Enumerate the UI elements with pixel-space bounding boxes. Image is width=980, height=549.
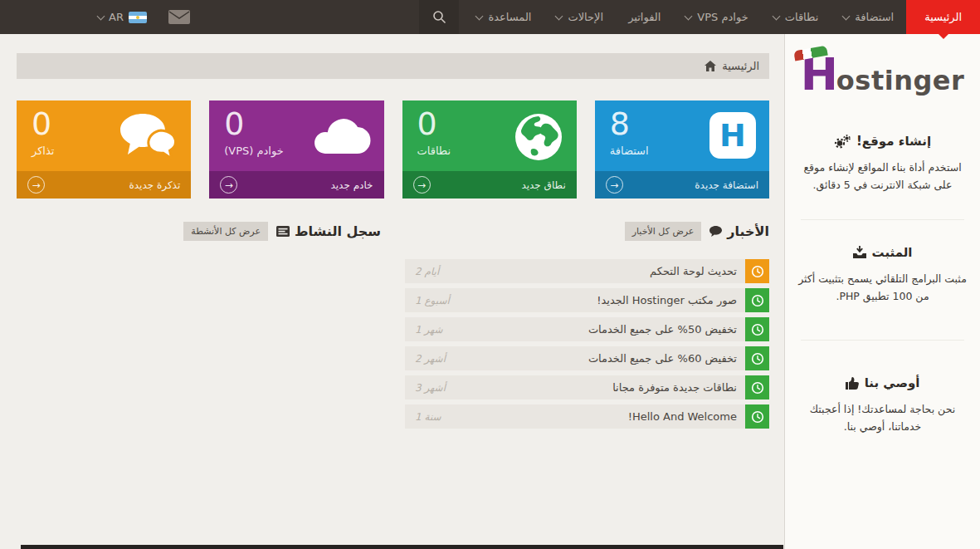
recommend-heading: أوصي بنا — [796, 375, 969, 390]
clock-icon — [751, 410, 764, 424]
arrow-right-icon[interactable]: → — [27, 176, 45, 194]
hostinger-logo[interactable]: Hostinger — [801, 52, 965, 97]
news-item-date: 1 سنة — [405, 411, 451, 423]
activity-panel: سجل النشاط عرض كل الأنشطة — [17, 222, 381, 429]
tile-hosting[interactable]: 8 استضافة H → استضافة جديدة — [595, 100, 769, 199]
language-code: AR — [109, 11, 124, 23]
argentina-flag-icon — [129, 12, 147, 23]
right-sidebar: Hostinger إنشاء موقع! استخدم أداة بناء ا… — [784, 34, 980, 549]
news-item[interactable]: تحديث لوحة التحكم 2 أيام — [405, 259, 769, 283]
arrow-right-icon[interactable]: → — [413, 176, 431, 194]
installer-heading: المثبت — [796, 245, 969, 260]
tile-vps[interactable]: 0 خوادم (VPS) → خادم جديد — [209, 100, 383, 199]
nav-item-label: الإحالات — [568, 11, 603, 23]
news-panel: الأخبار عرض كل الأخبار تحديث لوحة التحكم… — [405, 222, 769, 429]
new-ticket-link[interactable]: تذكرة جديدة — [129, 179, 181, 191]
create-website-text: استخدم أداة بناء المواقع لإنشاء موقع على… — [797, 159, 968, 194]
installer-icon — [853, 246, 866, 258]
news-item[interactable]: نطاقات جديدة متوفرة مجانا 3 أشهر — [405, 375, 769, 399]
hosting-label: استضافة — [610, 145, 649, 157]
chevron-down-icon — [475, 12, 484, 20]
nav-item-billing[interactable]: الفواتير — [616, 0, 673, 34]
news-item-date: 3 أشهر — [405, 382, 456, 394]
chevron-down-icon — [842, 12, 851, 20]
stat-tiles: 8 استضافة H → استضافة جديدة 0 نطاقات — [17, 100, 769, 199]
nav-item-hosting[interactable]: استضافة — [831, 0, 906, 34]
view-all-activities-button[interactable]: عرض كل الأنشطة — [183, 222, 268, 241]
news-list: تحديث لوحة التحكم 2 أيام صور مكتب Hostin… — [405, 259, 769, 429]
language-selector[interactable]: AR — [98, 11, 147, 23]
news-item-title: نطاقات جديدة متوفرة مجانا — [456, 381, 745, 394]
create-website-heading: إنشاء موقع! — [796, 134, 969, 149]
view-all-news-button[interactable]: عرض كل الأخبار — [625, 222, 702, 241]
clock-icon — [751, 381, 764, 395]
domains-count: 0 — [417, 105, 451, 144]
sidebar-divider — [801, 340, 964, 341]
arrow-right-icon[interactable]: → — [606, 176, 623, 194]
clock-icon — [751, 265, 764, 278]
activity-title: سجل النشاط — [276, 223, 381, 239]
search-icon — [432, 10, 446, 24]
vps-count: 0 — [224, 105, 283, 144]
nav-item-label: الفواتير — [628, 11, 661, 23]
news-title: الأخبار — [709, 223, 769, 239]
clock-icon — [751, 294, 764, 307]
chevron-down-icon — [97, 12, 105, 20]
news-item-date: 1 شهر — [405, 324, 453, 336]
news-item[interactable]: تخفيض 60% على جميع الخدمات 2 أشهر — [405, 346, 769, 370]
bottom-bar — [21, 545, 783, 549]
arrow-right-icon[interactable]: → — [220, 176, 237, 194]
news-item[interactable]: تخفيض 50% على جميع الخدمات 1 شهر — [405, 317, 769, 341]
navbar-utility-group: AR — [0, 0, 190, 34]
news-item-title: تخفيض 60% على جميع الخدمات — [456, 352, 745, 365]
nav-item-label: المساعدة — [488, 11, 531, 23]
panels-row: الأخبار عرض كل الأخبار تحديث لوحة التحكم… — [17, 222, 769, 429]
nav-item-referrals[interactable]: الإحالات — [544, 0, 616, 34]
news-item-title: تخفيض 50% على جميع الخدمات — [453, 323, 745, 336]
news-item-date: 2 أيام — [405, 266, 449, 277]
nav-item-home[interactable]: الرئيسية — [906, 0, 980, 34]
cloud-icon — [308, 112, 371, 155]
vps-label: خوادم (VPS) — [224, 145, 283, 157]
tile-domains[interactable]: 0 نطاقات → نطاق جديد — [402, 100, 577, 199]
breadcrumb-label: الرئيسية — [722, 60, 759, 72]
nav-item-label: نطاقات — [785, 11, 819, 23]
nav-item-label: خوادم VPS — [697, 11, 748, 23]
nav-item-help[interactable]: المساعدة — [464, 0, 544, 34]
new-hosting-link[interactable]: استضافة جديدة — [695, 179, 758, 191]
hostinger-dashboard: { "navbar": { "items": [ {"label": "الرئ… — [0, 0, 980, 549]
nav-item-vps[interactable]: خوادم VPS — [673, 0, 760, 34]
new-server-link[interactable]: خادم جديد — [330, 179, 373, 191]
chat-bubbles-icon — [118, 112, 178, 160]
hostinger-h-icon: H — [709, 112, 756, 159]
clock-icon — [751, 323, 764, 336]
recommend-text: نحن بحاجة لمساعدتك! إذا أعجبتك خدماتنا، … — [797, 400, 968, 436]
news-item[interactable]: صور مكتب Hostinger الجديد! 1 أسبوع — [405, 288, 769, 312]
new-domain-link[interactable]: نطاق جديد — [521, 179, 565, 191]
news-item-title: Hello And Welcome! — [451, 410, 745, 423]
tile-tickets[interactable]: 0 تذاكر → تذكرة جديدة — [17, 100, 191, 199]
messages-button[interactable] — [168, 10, 190, 24]
gears-icon — [834, 135, 851, 149]
home-icon — [705, 61, 716, 71]
news-item-title: تحديث لوحة التحكم — [449, 265, 745, 277]
tickets-label: تذاكر — [32, 145, 54, 157]
search-button[interactable] — [419, 0, 459, 34]
chevron-down-icon — [685, 12, 693, 20]
breadcrumb-home[interactable]: الرئيسية — [705, 60, 759, 72]
nav-item-domains[interactable]: نطاقات — [761, 0, 831, 34]
tickets-count: 0 — [32, 105, 54, 144]
globe-icon — [514, 112, 563, 162]
domains-label: نطاقات — [417, 145, 451, 157]
news-item[interactable]: Hello And Welcome! 1 سنة — [405, 404, 769, 429]
sidebar-divider — [801, 219, 964, 220]
installer-text: مثبت البرامج التلقائي يسمح بتثبيت أكثر م… — [797, 270, 968, 306]
clock-icon — [751, 352, 764, 365]
news-item-date: 1 أسبوع — [405, 295, 460, 306]
nav-item-label: الرئيسية — [924, 11, 962, 23]
top-navbar: الرئيسية استضافة نطاقات خوادم VPS الفوات… — [0, 0, 980, 34]
thumbs-up-icon — [846, 377, 859, 390]
envelope-icon — [168, 10, 190, 24]
breadcrumb: الرئيسية — [17, 53, 769, 79]
hosting-count: 8 — [610, 105, 649, 144]
